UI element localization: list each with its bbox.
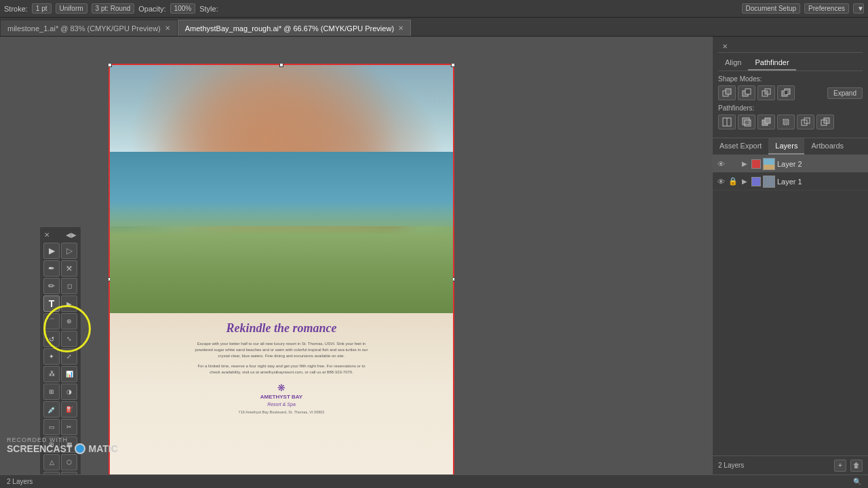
new-layer-btn[interactable]: + [834,460,846,472]
layers-bottom-bar: 2 Layers + 🗑 [713,455,868,474]
toolbar-extra[interactable]: ▼ [853,3,864,14]
artboards-tab[interactable]: Artboards [804,138,850,155]
svg-rect-3 [745,89,751,94]
shape-mode-minus-front-btn[interactable] [738,85,755,100]
layer-item-layer2[interactable]: 👁 ▶ Layer 2 [713,155,868,173]
tool-row-6: ↺ ⤡ [41,331,79,347]
type-tool[interactable]: T [43,296,60,312]
pathfinders-label: Pathfinders: [718,104,863,112]
uniform-dropdown[interactable]: Uniform [56,3,87,14]
pathfinder-tabs: Align Pathfinder [718,56,863,71]
tab-milestone-close[interactable]: ✕ [165,24,170,32]
symbol-sprayer-tool[interactable]: ⁂ [43,366,60,382]
hand-tool[interactable]: ✋ [43,472,60,474]
tool-row-2: ✒ ⤧ [41,260,79,277]
tab-milestone-label: milestone_1.ai* @ 83% (CMYK/GPU Preview) [7,24,161,33]
ad-body-para1: Escape with your better half to our all … [193,341,370,359]
pathfinder-outline-btn[interactable] [797,115,814,129]
layer1-lock-icon[interactable]: 🔒 [728,177,738,186]
zoom-tool[interactable]: 🔍 [61,472,77,474]
layers-tab[interactable]: Layers [768,138,804,155]
style-label: Style: [199,5,218,13]
toolbox-close-btn[interactable]: ✕ [44,231,50,239]
expand-button[interactable]: Expand [827,87,863,99]
screencast-circle-icon [75,443,85,454]
pathfinder-crop-btn[interactable] [777,115,795,129]
stroke-value[interactable]: 1 pt [32,3,52,14]
selection-handle-tr[interactable] [451,64,454,67]
perspective-tool[interactable]: ⬡ [61,454,77,470]
delete-layer-btn[interactable]: 🗑 [850,460,863,472]
gradient-tool[interactable]: ◑ [61,384,77,400]
selection-handle-tl[interactable] [108,64,112,67]
shape-mode-intersect-btn[interactable] [757,85,775,100]
selection-handle-tm[interactable] [279,64,283,67]
tool-row-8: ⁂ 📊 [41,366,79,382]
layer1-color-indicator [751,177,761,186]
artboard-tool[interactable]: ▭ [43,419,60,435]
puppet-warp-tool[interactable]: ✦ [43,348,60,365]
screencast-watermark: RECORDED WITH SCREENCAST MATIC [7,436,118,454]
panel-close-btn[interactable]: ✕ [722,43,728,50]
layer2-expand-arrow[interactable]: ▶ [740,159,749,169]
direct-selection-tool[interactable]: ▷ [61,243,77,259]
svg-rect-23 [764,176,774,187]
layer1-visibility-toggle[interactable]: 👁 [715,176,726,187]
layer-item-layer1[interactable]: 👁 🔒 ▶ Layer 1 [713,173,868,190]
align-tab[interactable]: Align [718,56,748,70]
main-area: Rekindle the romance Escape with your be… [0,37,868,474]
doc-setup-button[interactable]: Document Setup [742,3,801,14]
recorded-with-label: RECORDED WITH [7,436,118,443]
pathfinder-trim-btn[interactable] [738,115,755,129]
tab-milestone[interactable]: milestone_1.ai* @ 83% (CMYK/GPU Preview)… [0,20,178,36]
live-paint-tool[interactable]: ⛽ [61,401,77,418]
ad-address: 716 Amethyst Bay Boulevard, St. Thomas, … [239,410,325,414]
top-toolbar: Stroke: 1 pt Uniform 3 pt: Round Opacity… [0,0,868,18]
logo-icon: ❋ [277,382,285,393]
svg-rect-6 [765,91,768,94]
opacity-value[interactable]: 100% [170,3,196,14]
pathfinder-divide-btn[interactable] [718,115,736,129]
arc-tool[interactable]: ⌒ [43,313,60,329]
mesh-tool[interactable]: ⊞ [43,384,60,400]
shape-mode-exclude-btn[interactable] [777,85,795,100]
preferences-button[interactable]: Preferences [804,3,849,14]
layer1-expand-arrow[interactable]: ▶ [740,177,749,186]
layer2-name: Layer 2 [777,160,865,168]
svg-rect-12 [743,118,749,125]
status-search-icon[interactable]: 🔍 [853,478,861,485]
layer2-visibility-toggle[interactable]: 👁 [715,159,726,169]
layers-count-label: 2 Layers [718,462,830,469]
pen-tool[interactable]: ✒ [43,260,60,277]
asset-export-tab[interactable]: Asset Export [713,138,768,155]
rotate-tool[interactable]: ↺ [43,331,60,347]
round-dropdown[interactable]: 3 pt: Round [92,3,135,14]
eyedropper-tool[interactable]: 💉 [43,401,60,418]
reshape-tool[interactable]: ⤢ [61,348,77,365]
spiral-tool[interactable]: ⊛ [61,313,77,329]
tab-amethystbay[interactable]: AmethystBay_mag_rough.ai* @ 66.67% (CMYK… [178,20,411,36]
shape-builder-tool[interactable]: △ [43,454,60,470]
toolbox-expand-btn[interactable]: ◀▶ [66,231,77,239]
tool-row-11: ▭ ✂ [41,419,79,435]
land-area [110,201,453,313]
svg-rect-1 [726,89,731,94]
eraser-tool[interactable]: ◻ [61,278,77,294]
document-canvas[interactable]: Rekindle the romance Escape with your be… [108,64,454,474]
pencil-tool[interactable]: ✏ [43,278,60,294]
pathfinder-tab[interactable]: Pathfinder [748,56,795,70]
shape-mode-unite-btn[interactable] [718,85,736,100]
slice-tool[interactable]: ✂ [61,419,77,435]
pathfinder-merge-btn[interactable] [757,115,775,129]
svg-rect-16 [783,119,789,125]
layers-panel-tabs: Asset Export Layers Artboards [713,138,868,155]
column-graph-tool[interactable]: 📊 [61,366,77,382]
pathfinder-minus-back-btn[interactable] [816,115,834,129]
canvas-area: Rekindle the romance Escape with your be… [0,37,712,474]
selection-tool[interactable]: ▶ [43,243,60,259]
tab-amethystbay-close[interactable]: ✕ [398,24,403,32]
area-type-tool[interactable]: ▶︎ [61,296,77,312]
scale-tool[interactable]: ⤡ [61,331,77,347]
stroke-label: Stroke: [4,5,28,13]
freeform-tool[interactable]: ⤧ [61,260,77,277]
